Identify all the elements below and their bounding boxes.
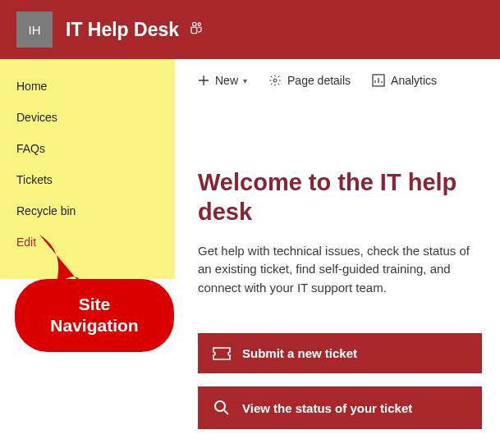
chevron-down-icon: ▾ (243, 76, 247, 85)
new-label: New (215, 74, 238, 87)
callout-line1: Site (34, 294, 154, 315)
site-header: IH IT Help Desk (0, 0, 500, 59)
svg-point-0 (198, 23, 200, 25)
submit-ticket-button[interactable]: Submit a new ticket (198, 333, 482, 373)
command-bar: New ▾ Page details Analytics (198, 74, 482, 94)
analytics-label: Analytics (391, 74, 437, 87)
nav-item-devices[interactable]: Devices (0, 102, 175, 133)
annotation-callout: Site Navigation (15, 279, 179, 352)
analytics-button[interactable]: Analytics (372, 74, 437, 87)
page-heading: Welcome to the IT help desk (198, 167, 482, 227)
page-details-label: Page details (287, 74, 351, 87)
teams-icon[interactable] (189, 21, 204, 39)
plus-icon (198, 75, 209, 86)
gear-icon (268, 74, 282, 87)
page-intro: Get help with technical issues, check th… (198, 242, 482, 298)
svg-point-4 (215, 401, 225, 411)
search-icon (213, 400, 231, 416)
callout-line2: Navigation (34, 315, 154, 336)
main-content: New ▾ Page details Analytics Welcome to … (175, 59, 500, 448)
ticket-icon (213, 347, 231, 360)
svg-point-2 (273, 79, 277, 82)
callout-tail-icon (33, 235, 90, 292)
view-status-button[interactable]: View the status of your ticket (198, 386, 482, 429)
site-logo-text: IH (29, 23, 41, 37)
site-logo[interactable]: IH (16, 11, 53, 48)
nav-item-tickets[interactable]: Tickets (0, 164, 175, 195)
welcome-section: Welcome to the IT help desk Get help wit… (198, 167, 482, 297)
submit-ticket-label: Submit a new ticket (242, 346, 357, 360)
action-buttons: Submit a new ticket View the status of y… (198, 333, 482, 429)
svg-point-1 (193, 22, 197, 26)
site-title[interactable]: IT Help Desk (66, 19, 179, 41)
nav-item-home[interactable]: Home (0, 71, 175, 102)
nav-item-recyclebin[interactable]: Recycle bin (0, 195, 175, 226)
page-details-button[interactable]: Page details (268, 74, 351, 87)
new-button[interactable]: New ▾ (198, 74, 247, 87)
view-status-label: View the status of your ticket (242, 401, 412, 415)
nav-item-faqs[interactable]: FAQs (0, 133, 175, 164)
analytics-icon (372, 74, 385, 87)
